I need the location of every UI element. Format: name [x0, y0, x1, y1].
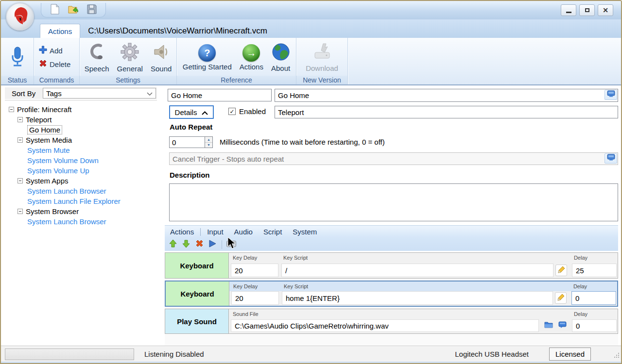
key-script-input[interactable] [282, 291, 553, 305]
tree-item-system-volume-down[interactable]: System Volume Down [5, 155, 157, 165]
button-label: Delete [50, 60, 70, 68]
details-toggle-button[interactable]: Details [169, 105, 214, 119]
tree-item-system-volume-up[interactable]: System Volume Up [5, 165, 157, 176]
about-button[interactable]: About [268, 41, 293, 73]
button-label: Getting Started [183, 63, 232, 71]
key-script-input[interactable] [281, 264, 553, 277]
collapse-icon[interactable] [17, 178, 23, 183]
delay-input[interactable] [572, 319, 617, 332]
command-name-input[interactable] [168, 89, 272, 101]
tree-item-system-apps[interactable]: System Apps [5, 176, 157, 186]
resize-grip-icon[interactable] [614, 351, 620, 360]
tab-system[interactable]: System [287, 226, 322, 238]
download-button[interactable]: Download [303, 41, 341, 73]
enabled-checkbox[interactable]: ✓ [228, 108, 236, 115]
sort-by-dropdown[interactable]: Tags [43, 88, 156, 99]
sound-file-input[interactable] [231, 319, 539, 332]
close-icon: ✕ [603, 6, 608, 14]
edit-script-button[interactable] [555, 265, 567, 276]
key-delay-input[interactable] [231, 291, 279, 305]
delete-x-icon [39, 59, 47, 69]
tree-item-system-browser[interactable]: System Browser [5, 206, 157, 216]
action-row-keyboard-1[interactable]: Keyboard Key Delay Key Script Delay [165, 252, 618, 279]
collapse-icon[interactable] [17, 117, 23, 122]
tree-item-label: System Browser [26, 207, 79, 215]
column-header: Delay [574, 311, 587, 317]
tab-actions-sub[interactable]: Actions [165, 226, 199, 238]
action-row-play-sound[interactable]: Play Sound Sound File Delay [165, 309, 618, 334]
ribbon-group-status: Status [1, 38, 34, 84]
tree-item-system-media[interactable]: System Media [5, 135, 157, 145]
auto-repeat-input[interactable] [169, 136, 205, 148]
collapse-icon[interactable] [9, 107, 14, 112]
tab-actions[interactable]: Actions [40, 24, 80, 38]
arrow-right-icon: → [242, 44, 260, 62]
tab-script[interactable]: Script [258, 226, 287, 238]
ribbon-group-settings: Speech [80, 38, 177, 84]
tree-item-system-launch-file-explorer[interactable]: System Launch File Explorer [5, 196, 157, 206]
phrase-input[interactable] [275, 89, 618, 102]
maximize-button[interactable] [579, 4, 595, 16]
download-drive-icon [312, 43, 332, 63]
cancel-trigger-input[interactable] [169, 152, 618, 165]
edit-script-button[interactable] [555, 292, 567, 304]
tree-item-system-launch-browser-2[interactable]: System Launch Browser [5, 216, 157, 227]
ribbon-group-reference: ? Getting Started → Actions [177, 38, 296, 84]
browse-sound-button[interactable] [543, 320, 554, 331]
delay-input[interactable] [572, 264, 617, 277]
minimize-button[interactable] [561, 4, 576, 16]
sound-settings-button[interactable]: Sound [148, 41, 174, 74]
microphone-icon [9, 46, 26, 70]
new-document-icon [51, 4, 59, 17]
general-settings-button[interactable]: General [114, 41, 146, 74]
new-file-button[interactable] [49, 4, 61, 16]
headset-icon [87, 42, 106, 64]
gear-icon [120, 42, 139, 64]
x-icon [195, 239, 204, 250]
action-row-keyboard-2[interactable]: Keyboard Key Delay Key Script Delay [165, 281, 618, 307]
close-button[interactable]: ✕ [598, 4, 613, 16]
auto-repeat-spinner[interactable]: ▲ ▼ [169, 136, 213, 148]
tree-item-label: System Launch File Explorer [27, 197, 121, 205]
move-down-button[interactable] [181, 239, 191, 250]
delete-command-button[interactable]: Delete [39, 59, 70, 69]
tree-item-system-launch-browser[interactable]: System Launch Browser [5, 186, 157, 196]
cancel-trigger-speak-button[interactable] [605, 153, 617, 164]
tree-item-teleport[interactable]: Teleport [5, 115, 157, 125]
tree-item-label: System Launch Browser [27, 187, 106, 195]
tab-separator [200, 228, 201, 236]
tree-item-system-mute[interactable]: System Mute [5, 145, 157, 155]
tree-item-profile[interactable]: Profile: Minecraft [5, 104, 157, 115]
ribbon: Status Add Delete [1, 38, 621, 85]
add-command-button[interactable]: Add [39, 46, 63, 55]
milliseconds-label: Milliseconds (Time to wait before restar… [220, 138, 385, 146]
collapse-icon[interactable] [17, 209, 23, 214]
delete-action-button[interactable] [194, 239, 205, 250]
key-delay-input[interactable] [231, 264, 278, 277]
getting-started-button[interactable]: ? Getting Started [180, 43, 235, 72]
app-logo[interactable] [6, 2, 34, 31]
test-sound-button[interactable] [556, 320, 568, 331]
spin-up-icon[interactable]: ▲ [205, 137, 212, 143]
tab-audio[interactable]: Audio [229, 226, 258, 238]
move-up-button[interactable] [168, 239, 178, 250]
tree-item-go-home[interactable]: Go Home [5, 125, 157, 135]
speak-phrase-button[interactable] [605, 90, 617, 100]
globe-icon [272, 43, 290, 63]
command-tree: Profile: Minecraft Teleport Go Home Syst… [5, 100, 157, 346]
description-textarea[interactable] [169, 183, 618, 221]
open-file-button[interactable] [68, 4, 79, 16]
column-header: Delay [573, 283, 587, 289]
tab-input[interactable]: Input [202, 226, 228, 238]
save-button[interactable] [86, 4, 98, 16]
collapse-icon[interactable] [17, 137, 23, 143]
spin-down-icon[interactable]: ▼ [205, 143, 212, 148]
tree-item-label: System Apps [26, 177, 69, 185]
speech-settings-button[interactable]: Speech [82, 41, 112, 74]
delay-input[interactable] [571, 291, 616, 305]
run-action-button[interactable] [207, 239, 218, 250]
category-input[interactable] [275, 106, 618, 118]
actions-reference-button[interactable]: → Actions [237, 43, 266, 72]
description-label: Description [170, 171, 210, 179]
status-mic-button[interactable] [6, 44, 29, 71]
